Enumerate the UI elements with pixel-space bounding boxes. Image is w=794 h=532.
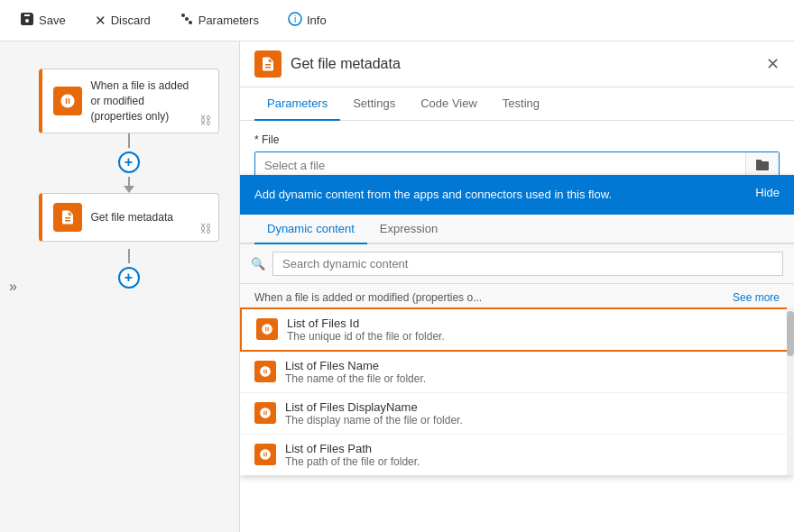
tab-code-view[interactable]: Code View [408, 87, 490, 121]
svg-point-0 [181, 14, 185, 17]
connector-line-2 [128, 177, 130, 186]
item-desc: The path of the file or folder. [285, 455, 420, 468]
collapse-button[interactable]: » [9, 279, 17, 295]
item-title: List of Files Path [285, 442, 420, 455]
section-label: When a file is added or modified (proper… [240, 284, 794, 307]
trigger-node-icon [53, 87, 82, 115]
main-area: » When a file is added or modified (prop… [0, 41, 794, 532]
add-step-button-1[interactable]: + [118, 151, 140, 173]
info-icon: i [288, 12, 302, 29]
item-desc: The name of the file or folder. [285, 372, 426, 385]
save-icon [20, 12, 34, 29]
see-more-link[interactable]: See more [733, 291, 780, 304]
save-button[interactable]: Save [14, 8, 71, 32]
item-title: List of Files Id [287, 316, 445, 330]
action-node-label: Get file metadata [91, 210, 173, 225]
panel-title-icon [254, 50, 282, 78]
tab-testing[interactable]: Testing [490, 87, 552, 121]
file-input[interactable] [255, 153, 745, 178]
action-node[interactable]: Get file metadata ⛓ [39, 193, 219, 242]
list-item[interactable]: List of Files Id The unique id of the fi… [240, 307, 794, 352]
info-label: Info [307, 14, 327, 27]
discard-label: Discard [111, 14, 151, 27]
info-button[interactable]: i Info [282, 8, 332, 32]
connector-line-3 [128, 249, 130, 263]
search-box: 🔍 [240, 244, 794, 284]
dynamic-tabs: Dynamic content Expression [240, 215, 794, 244]
panel-content: * File Connected to Fabrikam-FTP-Connect… [240, 121, 794, 532]
item-title: List of Files DisplayName [285, 400, 463, 414]
action-node-icon [53, 203, 82, 232]
list-item[interactable]: List of Files DisplayName The display na… [240, 393, 794, 435]
tab-settings[interactable]: Settings [340, 87, 408, 121]
list-item[interactable]: List of Files Name The name of the file … [240, 352, 794, 393]
add-step-button-2[interactable]: + [118, 267, 140, 289]
item-icon [254, 402, 276, 424]
item-desc: The unique id of the file or folder. [287, 330, 445, 343]
parameters-button[interactable]: Parameters [174, 8, 264, 32]
dynamic-content-panel: Add dynamic content from the apps and co… [240, 175, 794, 475]
tab-parameters[interactable]: Parameters [254, 87, 340, 121]
save-label: Save [39, 14, 66, 27]
hide-button[interactable]: Hide [755, 186, 780, 199]
discard-button[interactable]: ✕ Discard [89, 9, 156, 32]
dynamic-tab-content[interactable]: Dynamic content [254, 215, 367, 244]
scrollbar-thumb [787, 311, 794, 356]
parameters-label: Parameters [198, 14, 259, 27]
parameters-icon [180, 12, 194, 29]
trigger-node-label: When a file is added or modified (proper… [91, 78, 189, 124]
item-desc: The display name of the file or folder. [285, 414, 463, 427]
scrollbar-track[interactable] [787, 307, 794, 475]
file-field-label: * File [254, 133, 780, 146]
item-title: List of Files Name [285, 359, 426, 372]
panel-tabs: Parameters Settings Code View Testing [240, 87, 794, 121]
link-icon: ⛓ [199, 114, 211, 127]
search-input[interactable] [272, 252, 783, 276]
link-icon-2: ⛓ [199, 222, 211, 235]
panel-title-area: Get file metadata [254, 50, 401, 78]
item-text: List of Files Path The path of the file … [285, 442, 420, 468]
toolbar: Save ✕ Discard Parameters i Info [0, 0, 794, 41]
item-text: List of Files DisplayName The display na… [285, 400, 463, 427]
item-text: List of Files Name The name of the file … [285, 359, 426, 385]
close-panel-button[interactable]: ✕ [766, 56, 780, 72]
trigger-node[interactable]: When a file is added or modified (proper… [39, 69, 219, 133]
svg-point-2 [189, 21, 192, 24]
file-browse-button[interactable] [745, 152, 779, 178]
item-text: List of Files Id The unique id of the fi… [287, 316, 445, 343]
dynamic-tab-expression[interactable]: Expression [367, 215, 450, 244]
svg-text:i: i [294, 14, 296, 24]
dynamic-items-list: List of Files Id The unique id of the fi… [240, 307, 794, 475]
list-item[interactable]: List of Files Path The path of the file … [240, 435, 794, 475]
panel-title-text: Get file metadata [291, 56, 401, 72]
panel-header: Get file metadata ✕ [240, 41, 794, 87]
arrow-down [124, 186, 134, 193]
item-icon [254, 361, 276, 382]
item-icon [254, 444, 276, 465]
side-panel: Get file metadata ✕ Parameters Settings … [239, 41, 794, 532]
dynamic-content-header-text: Add dynamic content from the apps and co… [254, 186, 744, 204]
svg-point-1 [185, 17, 189, 21]
search-icon: 🔍 [251, 257, 265, 271]
discard-icon: ✕ [95, 13, 106, 29]
item-icon [256, 318, 278, 340]
flow-canvas: » When a file is added or modified (prop… [0, 41, 239, 532]
connector-line [128, 133, 130, 148]
section-label-text: When a file is added or modified (proper… [254, 291, 482, 304]
dynamic-content-header: Add dynamic content from the apps and co… [240, 175, 794, 215]
